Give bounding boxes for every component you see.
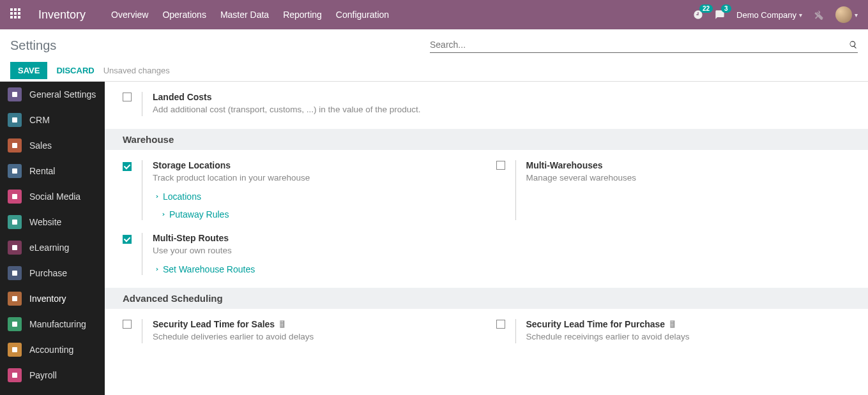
section-advanced-scheduling: Advanced Scheduling: [105, 288, 868, 309]
svg-rect-8: [12, 296, 17, 301]
messages-indicator[interactable]: 3: [715, 10, 725, 20]
svg-rect-11: [12, 373, 17, 378]
sales-lead-time-checkbox[interactable]: [123, 320, 132, 329]
debug-icon[interactable]: [814, 10, 824, 20]
svg-rect-9: [12, 322, 17, 327]
landed-costs-checkbox[interactable]: [123, 93, 132, 101]
menu-operations[interactable]: Operations: [162, 10, 206, 20]
top-menu: Overview Operations Master Data Reportin…: [111, 10, 389, 20]
landed-costs-title: Landed Costs: [153, 92, 477, 102]
app-icon: [8, 241, 22, 255]
sales-lead-time-desc: Schedule deliveries earlier to avoid del…: [153, 331, 477, 343]
sidebar-item-label: Website: [29, 217, 61, 227]
multi-warehouses-checkbox[interactable]: [496, 161, 505, 170]
svg-rect-4: [12, 194, 17, 199]
svg-rect-7: [12, 271, 17, 276]
arrow-right-icon: [153, 266, 159, 272]
svg-rect-0: [12, 92, 17, 97]
svg-rect-3: [12, 168, 17, 174]
user-menu[interactable]: ▾: [835, 6, 858, 23]
activity-indicator[interactable]: 22: [693, 10, 703, 20]
svg-rect-2: [12, 143, 17, 148]
activity-badge: 22: [699, 4, 713, 13]
sidebar-item-label: Manufacturing: [29, 319, 86, 329]
sidebar-item-label: Social Media: [29, 191, 80, 202]
sidebar-item-label: General Settings: [29, 89, 96, 100]
avatar: [835, 6, 852, 23]
brand: Inventory: [38, 8, 86, 22]
menu-configuration[interactable]: Configuration: [336, 10, 389, 20]
svg-rect-5: [12, 220, 17, 225]
sidebar-item-elearning[interactable]: eLearning: [0, 235, 105, 260]
sidebar-item-inventory[interactable]: Inventory: [0, 286, 105, 311]
app-icon: [8, 343, 22, 357]
app-icon: [8, 215, 22, 229]
sidebar-item-accounting[interactable]: Accounting: [0, 337, 105, 362]
svg-rect-6: [12, 245, 17, 250]
menu-overview[interactable]: Overview: [111, 10, 148, 20]
messages-badge: 3: [721, 4, 731, 13]
search-box[interactable]: [430, 38, 858, 53]
purchase-lead-time-checkbox[interactable]: [496, 320, 505, 329]
set-warehouse-routes-link[interactable]: Set Warehouse Routes: [153, 264, 255, 274]
apps-icon[interactable]: [10, 8, 23, 21]
storage-locations-desc: Track product location in your warehouse: [153, 172, 477, 184]
svg-rect-1: [12, 117, 17, 123]
app-icon: [8, 190, 22, 204]
sidebar-item-general-settings[interactable]: General Settings: [0, 82, 105, 107]
sidebar-item-rental[interactable]: Rental: [0, 158, 105, 184]
status-text: Unsaved changes: [103, 66, 170, 75]
sidebar-item-label: Sales: [29, 140, 52, 151]
app-icon: [8, 266, 22, 280]
multi-step-routes-desc: Use your own routes: [153, 245, 477, 257]
sidebar-item-label: eLearning: [29, 242, 69, 253]
company-name: Demo Company: [736, 10, 796, 20]
storage-locations-checkbox[interactable]: [123, 162, 132, 171]
sidebar-item-label: Accounting: [29, 345, 73, 355]
sidebar-item-label: Purchase: [29, 268, 67, 278]
menu-reporting[interactable]: Reporting: [283, 10, 322, 20]
building-icon: [278, 320, 287, 329]
caret-down-icon: ▾: [799, 11, 802, 19]
control-bar: Settings SAVE DISCARD Unsaved changes: [0, 29, 868, 82]
settings-sidebar[interactable]: General SettingsCRMSalesRentalSocial Med…: [0, 82, 105, 395]
putaway-rules-link[interactable]: Putaway Rules: [159, 209, 229, 220]
app-icon: [8, 138, 22, 153]
top-nav: Inventory Overview Operations Master Dat…: [0, 0, 868, 29]
sidebar-item-sales[interactable]: Sales: [0, 133, 105, 158]
menu-master-data[interactable]: Master Data: [220, 10, 269, 20]
save-button[interactable]: SAVE: [10, 62, 47, 79]
app-icon: [8, 113, 22, 127]
app-icon: [8, 368, 22, 382]
sidebar-item-payroll[interactable]: Payroll: [0, 362, 105, 388]
multi-step-routes-title: Multi-Step Routes: [153, 233, 477, 243]
company-switcher[interactable]: Demo Company ▾: [736, 10, 802, 20]
sidebar-item-website[interactable]: Website: [0, 209, 105, 235]
app-icon: [8, 292, 22, 306]
settings-content[interactable]: Landed Costs Add additional cost (transp…: [105, 82, 868, 395]
app-icon: [8, 317, 22, 331]
sidebar-item-label: Rental: [29, 166, 55, 176]
sidebar-item-crm[interactable]: CRM: [0, 107, 105, 133]
sidebar-item-purchase[interactable]: Purchase: [0, 260, 105, 286]
multi-warehouses-desc: Manage several warehouses: [526, 172, 851, 184]
app-icon: [8, 87, 22, 101]
search-icon[interactable]: [849, 40, 858, 49]
sidebar-item-label: Inventory: [29, 294, 66, 304]
locations-link[interactable]: Locations: [153, 191, 201, 202]
purchase-lead-time-title: Security Lead Time for Purchase: [526, 319, 666, 329]
section-warehouse: Warehouse: [105, 129, 868, 150]
search-input[interactable]: [430, 40, 849, 50]
sidebar-item-label: CRM: [29, 115, 50, 125]
sidebar-item-social-media[interactable]: Social Media: [0, 184, 105, 209]
sales-lead-time-title: Security Lead Time for Sales: [153, 319, 275, 329]
sidebar-item-manufacturing[interactable]: Manufacturing: [0, 311, 105, 337]
sidebar-item-label: Payroll: [29, 370, 57, 380]
caret-down-icon: ▾: [855, 11, 858, 19]
storage-locations-title: Storage Locations: [153, 160, 477, 170]
multi-step-routes-checkbox[interactable]: [123, 235, 132, 244]
purchase-lead-time-desc: Schedule receivings earlier to avoid del…: [526, 331, 851, 343]
page-title: Settings: [10, 38, 56, 53]
building-icon: [669, 320, 678, 329]
discard-button[interactable]: DISCARD: [56, 66, 94, 75]
